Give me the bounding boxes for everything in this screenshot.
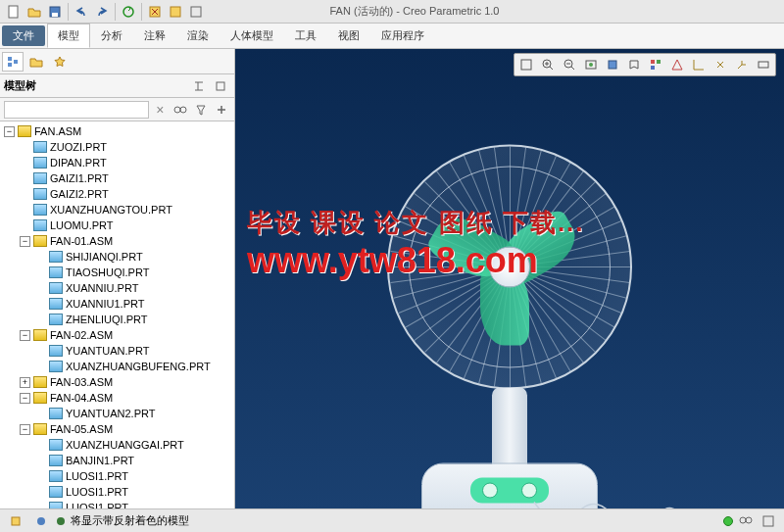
- tree-item[interactable]: −FAN-01.ASM: [0, 233, 234, 249]
- options-button[interactable]: [186, 2, 206, 22]
- search-clear-button[interactable]: ×: [151, 100, 170, 120]
- tree-item[interactable]: SHIJIANQI.PRT: [0, 249, 234, 265]
- tree-item[interactable]: −FAN-05.ASM: [0, 421, 234, 437]
- tree-item[interactable]: XUANZHUANGBUFENG.PRT: [0, 359, 234, 374]
- menu-tools[interactable]: 工具: [284, 24, 327, 48]
- svg-rect-21: [651, 66, 655, 70]
- tree-expander[interactable]: −: [20, 424, 30, 435]
- model-tree[interactable]: −FAN.ASMZUOZI.PRTDIPAN.PRTGAIZI1.PRTGAIZ…: [0, 121, 234, 508]
- quick-access-toolbar: FAN (活动的) - Creo Parametric 1.0: [0, 0, 784, 24]
- tree-item[interactable]: −FAN.ASM: [0, 123, 234, 139]
- menu-annotate[interactable]: 注释: [133, 24, 176, 48]
- part-icon: [33, 141, 47, 153]
- view-manager-button[interactable]: [645, 55, 666, 74]
- tree-item[interactable]: XUANZHUANGTOU.PRT: [0, 202, 234, 218]
- tree-item-label: SHIJIANQI.PRT: [66, 251, 143, 263]
- tree-item-label: FAN-05.ASM: [50, 423, 113, 435]
- window-title: FAN (活动的) - Creo Parametric 1.0: [330, 4, 500, 19]
- menu-model[interactable]: 模型: [47, 24, 90, 48]
- svg-rect-6: [191, 7, 201, 17]
- menu-render[interactable]: 渲染: [176, 24, 220, 48]
- regenerate-button[interactable]: [119, 2, 138, 22]
- open-button[interactable]: [24, 2, 44, 22]
- tree-item[interactable]: −FAN-02.ASM: [0, 327, 234, 343]
- save-button[interactable]: [45, 2, 65, 22]
- assembly-icon: [18, 125, 31, 137]
- repaint-button[interactable]: [580, 55, 602, 74]
- saved-view-button[interactable]: [623, 55, 645, 74]
- tree-expander[interactable]: +: [20, 377, 30, 388]
- display-style-button[interactable]: [602, 55, 623, 74]
- tree-item[interactable]: −FAN-04.ASM: [0, 390, 234, 406]
- csys-display-button[interactable]: [731, 55, 753, 74]
- tree-item[interactable]: YUANTUAN2.PRT: [0, 406, 234, 421]
- folder-tab[interactable]: [25, 52, 47, 72]
- menu-manikin[interactable]: 人体模型: [220, 24, 284, 48]
- menu-apps[interactable]: 应用程序: [370, 24, 435, 48]
- tree-item[interactable]: GAIZI1.PRT: [0, 170, 234, 186]
- annotation-display-button[interactable]: [753, 55, 774, 74]
- tree-item-label: ZUOZI.PRT: [50, 141, 107, 153]
- tree-item[interactable]: XUANNIU.PRT: [0, 280, 234, 296]
- tree-item[interactable]: LUOSI1.PRT: [0, 500, 234, 508]
- new-button[interactable]: [4, 2, 24, 22]
- power-cord: [529, 497, 696, 508]
- part-icon: [49, 502, 63, 508]
- menu-file[interactable]: 文件: [2, 25, 45, 46]
- part-icon: [49, 266, 63, 278]
- tree-item-label: XUANNIU.PRT: [66, 282, 138, 294]
- tree-item[interactable]: +FAN-03.ASM: [0, 374, 234, 390]
- tree-item[interactable]: TIAOSHUQI.PRT: [0, 265, 234, 280]
- svg-rect-5: [171, 7, 180, 17]
- tree-item[interactable]: LUOMU.PRT: [0, 218, 234, 233]
- tree-search-input[interactable]: [4, 101, 149, 119]
- model-tree-tab[interactable]: [2, 52, 24, 72]
- graphics-viewport[interactable]: 毕设 课设 论文 图纸 下载... www.ytw818.com: [235, 49, 784, 508]
- redo-button[interactable]: [92, 2, 112, 22]
- refit-button[interactable]: [515, 55, 537, 74]
- tree-item[interactable]: LUOSI1.PRT: [0, 484, 234, 500]
- axis-display-button[interactable]: [688, 55, 710, 74]
- add-button[interactable]: [212, 100, 230, 120]
- status-browser-button[interactable]: [31, 511, 51, 531]
- tree-item[interactable]: DIPAN.PRT: [0, 155, 234, 170]
- tree-item[interactable]: ZHENLIUQI.PRT: [0, 312, 234, 327]
- tree-item-label: FAN-02.ASM: [50, 329, 113, 341]
- svg-point-17: [589, 63, 593, 67]
- svg-point-12: [180, 107, 186, 113]
- tree-settings-button[interactable]: [189, 76, 209, 96]
- favorites-tab[interactable]: [49, 52, 71, 72]
- tree-item[interactable]: ZUOZI.PRT: [0, 139, 234, 155]
- svg-point-26: [740, 517, 746, 523]
- tree-item[interactable]: LUOSI1.PRT: [0, 468, 234, 484]
- point-display-button[interactable]: [710, 55, 731, 74]
- tree-expander[interactable]: −: [20, 393, 30, 404]
- tree-expander[interactable]: −: [20, 330, 30, 341]
- tree-item[interactable]: BANJIN1.PRT: [0, 453, 234, 468]
- datum-display-button[interactable]: [666, 55, 688, 74]
- window-button[interactable]: [166, 2, 185, 22]
- status-nav-button[interactable]: [6, 511, 25, 531]
- zoom-out-button[interactable]: [559, 55, 580, 74]
- part-icon: [49, 298, 63, 310]
- menu-analysis[interactable]: 分析: [90, 24, 133, 48]
- close-window-button[interactable]: [145, 2, 165, 22]
- tree-expander[interactable]: −: [4, 126, 15, 137]
- tree-item-label: XUANZHUANGGAI.PRT: [66, 439, 184, 451]
- tree-item-label: DIPAN.PRT: [50, 157, 107, 169]
- selection-filter-button[interactable]: [736, 511, 756, 531]
- full-screen-button[interactable]: [759, 511, 778, 531]
- assembly-icon: [33, 329, 47, 341]
- tree-show-button[interactable]: [211, 76, 230, 96]
- menu-view[interactable]: 视图: [327, 24, 370, 48]
- undo-button[interactable]: [72, 2, 91, 22]
- filter-button[interactable]: [192, 100, 211, 120]
- tree-item[interactable]: XUANNIU1.PRT: [0, 296, 234, 312]
- binoculars-icon[interactable]: [172, 100, 190, 120]
- tree-item[interactable]: XUANZHUANGGAI.PRT: [0, 437, 234, 453]
- tree-expander[interactable]: −: [20, 236, 30, 247]
- part-icon: [49, 361, 63, 372]
- tree-item[interactable]: GAIZI2.PRT: [0, 186, 234, 202]
- tree-item[interactable]: YUANTUAN.PRT: [0, 343, 234, 359]
- zoom-in-button[interactable]: [537, 55, 559, 74]
